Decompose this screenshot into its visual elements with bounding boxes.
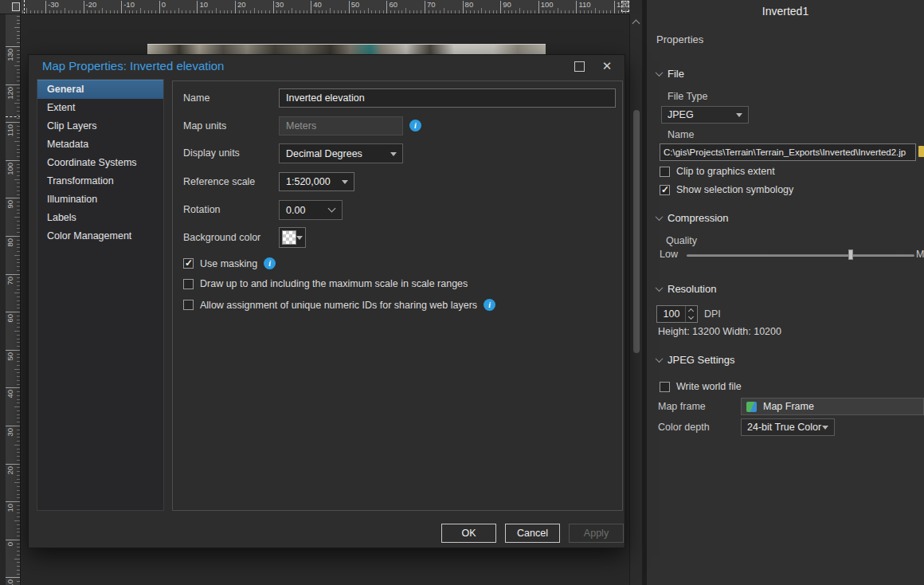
jpeg-settings-section-header[interactable]: JPEG Settings	[656, 354, 735, 366]
quality-max-label: Max	[916, 249, 924, 260]
resolution-section-header[interactable]: Resolution	[656, 283, 716, 295]
no-color-swatch	[282, 230, 296, 245]
map-frame-select[interactable]: Map Frame	[741, 398, 924, 415]
draw-max-scale-label: Draw up to and including the maximum sca…	[200, 278, 468, 289]
map-units-info-icon[interactable]: i	[409, 120, 421, 132]
chevron-down-icon	[656, 284, 664, 292]
reference-scale-combobox[interactable]: 1:520,000	[279, 172, 354, 191]
clip-graphics-label: Clip to graphics extent	[676, 166, 775, 177]
dropdown-arrow-icon	[342, 180, 348, 184]
use-masking-checkbox[interactable]	[183, 258, 194, 269]
use-masking-info-icon[interactable]: i	[264, 257, 276, 269]
compression-section-header[interactable]: Compression	[656, 212, 729, 224]
map-units-input: Meters	[279, 116, 403, 135]
map-frame-value: Map Frame	[763, 401, 814, 412]
reference-scale-label: Reference scale	[183, 172, 255, 191]
maximize-icon[interactable]	[574, 61, 585, 72]
selection-symbology-row: Show selection symbology	[660, 184, 793, 195]
sidebar-item-coordinate-systems[interactable]: Coordinate Systems	[37, 154, 163, 172]
world-file-label: Write world file	[676, 381, 742, 392]
selection-symbology-label: Show selection symbology	[676, 184, 793, 195]
dialog-sidebar: General Extent Clip Layers Metadata Coor…	[37, 79, 164, 511]
vertical-scrollbar[interactable]	[629, 14, 642, 585]
sidebar-item-clip-layers[interactable]: Clip Layers	[37, 117, 163, 135]
dpi-unit-label: DPI	[704, 308, 721, 320]
sidebar-item-color-management[interactable]: Color Management	[37, 227, 163, 245]
spin-down-icon[interactable]	[688, 314, 694, 320]
sidebar-item-extent[interactable]: Extent	[37, 99, 163, 117]
name-label: Name	[183, 88, 209, 108]
dialog-title: Map Properties: Inverted elevation	[42, 55, 224, 77]
unique-ids-label: Allow assignment of unique numeric IDs f…	[200, 300, 477, 311]
map-properties-dialog: Map Properties: Inverted elevation ✕ Gen…	[28, 54, 625, 548]
file-type-value: JPEG	[668, 109, 694, 120]
map-units-label: Map units	[183, 116, 226, 135]
file-section-header[interactable]: File	[656, 68, 684, 80]
selection-symbology-checkbox[interactable]	[660, 185, 670, 195]
draw-max-scale-checkbox[interactable]	[183, 279, 194, 289]
dpi-spinner[interactable]: 100	[656, 305, 698, 323]
file-type-select[interactable]: JPEG	[661, 106, 749, 124]
ruler-vertical: 1301201101009080706050403020100-10	[6, 14, 21, 585]
resolution-section-label: Resolution	[668, 283, 716, 295]
output-name-label: Name	[668, 129, 694, 140]
ruler-origin-icon	[12, 2, 20, 11]
dpi-value: 100	[657, 306, 686, 322]
ruler-horizontal: -30-20-100102030405060708090100110120	[21, 0, 629, 14]
file-section-label: File	[668, 68, 684, 80]
rotation-label: Rotation	[183, 200, 221, 220]
jpeg-settings-section-label: JPEG Settings	[668, 354, 735, 366]
unique-ids-row: Allow assignment of unique numeric IDs f…	[183, 299, 495, 311]
output-path-input[interactable]: C:\gis\Projects\Terrain\Terrain_Exports\…	[660, 143, 916, 161]
background-color-picker[interactable]	[279, 227, 306, 248]
unique-ids-info-icon[interactable]: i	[484, 299, 495, 311]
color-depth-select[interactable]: 24-bit True Color	[741, 418, 835, 436]
sidebar-item-general[interactable]: General	[37, 80, 163, 99]
background-color-label: Background color	[183, 227, 260, 248]
map-frame-label: Map frame	[658, 401, 706, 412]
cancel-button[interactable]: Cancel	[505, 524, 560, 543]
browse-folder-icon[interactable]	[918, 148, 924, 157]
quality-slider-track[interactable]	[687, 254, 914, 257]
rotation-value: 0.00	[286, 205, 305, 216]
sidebar-item-illumination[interactable]: Illumination	[37, 190, 163, 209]
map-name-value: Inverted elevation	[286, 92, 365, 104]
scrollbar-thumb[interactable]	[633, 110, 640, 353]
sidebar-item-labels[interactable]: Labels	[37, 209, 163, 227]
dialog-titlebar[interactable]: Map Properties: Inverted elevation ✕	[29, 55, 624, 77]
sidebar-item-metadata[interactable]: Metadata	[37, 135, 163, 154]
display-units-value: Decimal Degrees	[286, 148, 362, 159]
map-name-input[interactable]: Inverted elevation	[279, 88, 616, 108]
display-units-select[interactable]: Decimal Degrees	[279, 143, 403, 163]
display-units-label: Display units	[183, 143, 240, 163]
use-masking-row: Use masking i	[183, 257, 276, 269]
arcgis-pro-window: -30-20-100102030405060708090100110120 13…	[0, 0, 924, 585]
ok-button[interactable]: OK	[441, 524, 496, 543]
unique-ids-checkbox[interactable]	[183, 300, 194, 310]
map-frame-icon	[746, 402, 757, 412]
properties-heading: Properties	[656, 33, 703, 45]
world-file-checkbox[interactable]	[660, 382, 670, 392]
quality-slider-thumb[interactable]	[848, 249, 853, 260]
map-preview-strip	[147, 44, 546, 55]
dropdown-arrow-icon	[390, 152, 397, 156]
chevron-down-icon	[328, 204, 336, 212]
quality-label: Quality	[666, 235, 697, 246]
export-item-title: Inverted1	[647, 5, 924, 18]
close-icon[interactable]: ✕	[601, 60, 613, 73]
output-path-value: C:\gis\Projects\Terrain\Terrain_Exports\…	[664, 147, 906, 157]
sidebar-item-transformation[interactable]: Transformation	[37, 172, 163, 190]
world-file-row: Write world file	[660, 381, 742, 392]
compression-section-label: Compression	[668, 212, 729, 224]
rotation-combobox[interactable]: 0.00	[279, 200, 343, 220]
scroll-up-icon[interactable]	[632, 20, 640, 28]
dropdown-arrow-icon	[736, 113, 742, 117]
clip-graphics-checkbox[interactable]	[660, 167, 670, 177]
ruler-cursor-marker-vertical	[6, 116, 21, 117]
chevron-down-icon	[656, 355, 664, 363]
draw-max-scale-row: Draw up to and including the maximum sca…	[183, 278, 468, 289]
use-masking-label: Use masking	[200, 258, 257, 269]
export-pane: Inverted1 Properties File File Type JPEG…	[647, 0, 924, 585]
spinner-arrows[interactable]	[685, 306, 697, 322]
general-settings-panel: Name Inverted elevation Map units Meters…	[172, 80, 623, 511]
